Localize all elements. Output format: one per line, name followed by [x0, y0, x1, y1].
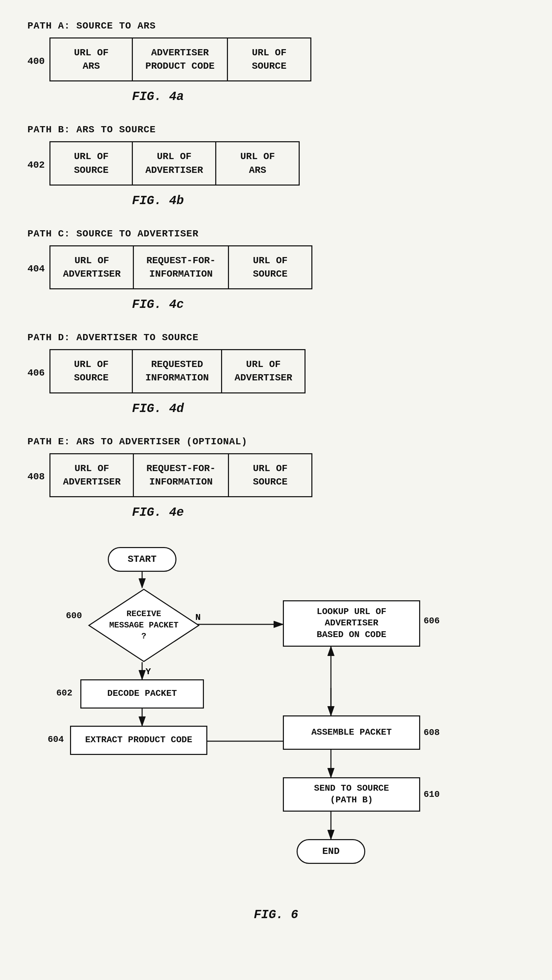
path-a-row: URL OFARS ADVERTISERPRODUCT CODE URL OFS… — [49, 37, 311, 81]
receive-node: RECEIVEMESSAGE PACKET? — [87, 588, 200, 663]
fig-4a-label: FIG. 4a — [27, 90, 289, 104]
extract-ref: 604 — [48, 734, 64, 745]
path-e-cell-2: REQUEST-FOR-INFORMATION — [134, 454, 229, 496]
path-b-ref: 402 — [27, 160, 44, 170]
extract-node: EXTRACT PRODUCT CODE — [70, 726, 207, 755]
path-b-label: PATH B: ARS TO SOURCE — [27, 124, 525, 135]
path-d-label: PATH D: ADVERTISER TO SOURCE — [27, 332, 525, 343]
path-b-cell-1: URL OFSOURCE — [51, 142, 133, 184]
send-ref: 610 — [424, 789, 440, 800]
path-a-cell-3: URL OFSOURCE — [228, 38, 310, 80]
fig-4e-label: FIG. 4e — [27, 506, 289, 520]
flowchart-section: N Y START RECEIVEMESSAG — [27, 540, 525, 922]
path-c-ref: 404 — [27, 264, 44, 274]
path-c-cell-2: REQUEST-FOR-INFORMATION — [134, 247, 229, 288]
fig-4b-label: FIG. 4b — [27, 194, 289, 208]
path-c-cell-3: URL OFSOURCE — [229, 247, 311, 288]
path-c-label: PATH C: SOURCE TO ADVERTISER — [27, 229, 525, 239]
path-a-ref: 400 — [27, 56, 44, 67]
path-a-packet: 400 URL OFARS ADVERTISERPRODUCT CODE URL… — [27, 37, 525, 85]
lookup-node: LOOKUP URL OFADVERTISERBASED ON CODE — [283, 600, 420, 647]
decode-node: DECODE PACKET — [80, 679, 204, 708]
path-c-packet: 404 URL OFADVERTISER REQUEST-FOR-INFORMA… — [27, 245, 525, 293]
path-c-row: URL OFADVERTISER REQUEST-FOR-INFORMATION… — [49, 245, 312, 290]
path-e-cell-1: URL OFADVERTISER — [51, 454, 134, 496]
fig-6-label: FIG. 6 — [27, 908, 525, 922]
path-a-cell-1: URL OFARS — [51, 38, 133, 80]
path-d-cell-2: REQUESTEDINFORMATION — [133, 350, 222, 392]
receive-ref: 600 — [66, 611, 82, 621]
path-d-row: URL OFSOURCE REQUESTEDINFORMATION URL OF… — [49, 349, 306, 393]
path-e-ref: 408 — [27, 471, 44, 482]
path-d-cell-3: URL OFADVERTISER — [222, 350, 305, 392]
path-a-cell-2: ADVERTISERPRODUCT CODE — [133, 38, 228, 80]
path-c-section: PATH C: SOURCE TO ADVERTISER 404 URL OFA… — [27, 229, 525, 312]
path-e-cell-3: URL OFSOURCE — [229, 454, 311, 496]
assemble-ref: 608 — [424, 727, 440, 738]
path-b-cell-3: URL OFARS — [216, 142, 299, 184]
path-e-section: PATH E: ARS TO ADVERTISER (OPTIONAL) 408… — [27, 436, 525, 520]
path-a-label: PATH A: SOURCE TO ARS — [27, 21, 525, 31]
path-b-packet: 402 URL OFSOURCE URL OFADVERTISER URL OF… — [27, 141, 525, 189]
end-node: END — [297, 839, 365, 864]
path-b-cell-2: URL OFADVERTISER — [133, 142, 216, 184]
path-e-row: URL OFADVERTISER REQUEST-FOR-INFORMATION… — [49, 453, 312, 497]
assemble-node: ASSEMBLE PACKET — [283, 716, 420, 750]
path-b-row: URL OFSOURCE URL OFADVERTISER URL OFARS — [49, 141, 300, 185]
decode-ref: 602 — [56, 688, 73, 698]
path-d-cell-1: URL OFSOURCE — [51, 350, 133, 392]
path-a-section: PATH A: SOURCE TO ARS 400 URL OFARS ADVE… — [27, 21, 525, 104]
path-c-cell-1: URL OFADVERTISER — [51, 247, 134, 288]
path-e-label: PATH E: ARS TO ADVERTISER (OPTIONAL) — [27, 436, 525, 447]
svg-text:Y: Y — [146, 667, 151, 677]
fig-4d-label: FIG. 4d — [27, 402, 289, 416]
fig-4c-label: FIG. 4c — [27, 298, 289, 312]
path-b-section: PATH B: ARS TO SOURCE 402 URL OFSOURCE U… — [27, 124, 525, 208]
path-d-packet: 406 URL OFSOURCE REQUESTEDINFORMATION UR… — [27, 349, 525, 396]
path-d-ref: 406 — [27, 368, 44, 378]
send-node: SEND TO SOURCE(PATH B) — [283, 777, 420, 811]
start-node: START — [108, 547, 176, 572]
lookup-ref: 606 — [424, 616, 440, 626]
flowchart-container: N Y START RECEIVEMESSAG — [36, 540, 516, 901]
path-d-section: PATH D: ADVERTISER TO SOURCE 406 URL OFS… — [27, 332, 525, 415]
path-e-packet: 408 URL OFADVERTISER REQUEST-FOR-INFORMA… — [27, 453, 525, 501]
